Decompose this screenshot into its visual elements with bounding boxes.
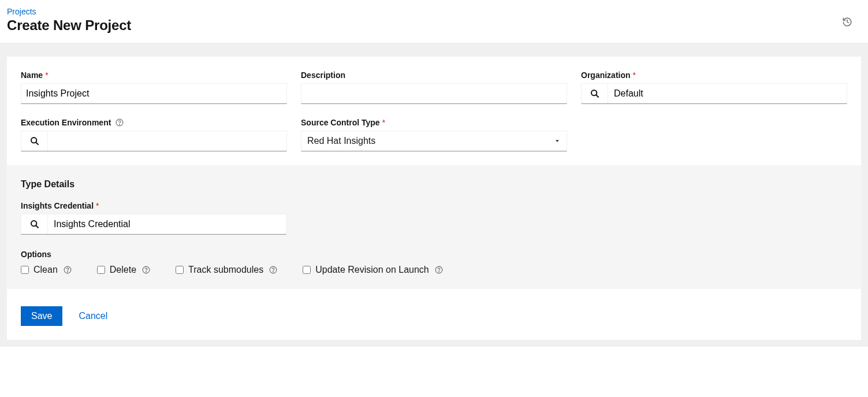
description-label: Description bbox=[301, 71, 567, 80]
select-value: Red Hat Insights bbox=[307, 136, 375, 146]
save-button[interactable]: Save bbox=[21, 306, 62, 326]
description-input[interactable] bbox=[301, 83, 567, 104]
cancel-button[interactable]: Cancel bbox=[79, 311, 107, 321]
execution-environment-input[interactable] bbox=[48, 131, 286, 151]
name-input[interactable] bbox=[21, 83, 287, 104]
required-marker: * bbox=[633, 71, 636, 80]
field-description: Description bbox=[301, 71, 567, 104]
track-label: Track submodules bbox=[188, 265, 263, 275]
form-footer: Save Cancel bbox=[7, 289, 861, 340]
search-icon bbox=[30, 136, 39, 146]
delete-checkbox[interactable] bbox=[97, 266, 105, 274]
help-icon[interactable] bbox=[142, 266, 150, 274]
breadcrumb[interactable]: Projects bbox=[7, 7, 36, 16]
option-update[interactable]: Update Revision on Launch bbox=[303, 265, 443, 275]
search-icon bbox=[590, 89, 599, 98]
type-details-section: Type Details Insights Credential * bbox=[7, 165, 861, 289]
svg-line-7 bbox=[36, 225, 38, 228]
help-icon[interactable] bbox=[269, 266, 277, 274]
svg-point-11 bbox=[146, 272, 147, 272]
help-icon[interactable] bbox=[64, 266, 72, 274]
name-label: Name * bbox=[21, 71, 287, 80]
svg-point-13 bbox=[273, 272, 274, 272]
help-icon[interactable] bbox=[435, 266, 443, 274]
clean-label: Clean bbox=[33, 265, 58, 275]
svg-line-5 bbox=[36, 142, 38, 144]
execution-environment-lookup-button[interactable] bbox=[21, 131, 48, 151]
field-insights-credential: Insights Credential * bbox=[21, 201, 286, 235]
required-marker: * bbox=[382, 118, 385, 127]
svg-point-3 bbox=[120, 124, 120, 125]
required-marker: * bbox=[96, 201, 99, 210]
field-organization: Organization * bbox=[581, 71, 847, 104]
insights-credential-input[interactable] bbox=[48, 214, 286, 234]
svg-point-9 bbox=[67, 272, 68, 272]
update-checkbox[interactable] bbox=[303, 266, 311, 274]
field-execution-environment: Execution Environment bbox=[21, 118, 287, 151]
type-details-heading: Type Details bbox=[21, 179, 847, 190]
clean-checkbox[interactable] bbox=[21, 266, 29, 274]
insights-credential-label: Insights Credential * bbox=[21, 201, 286, 210]
insights-credential-lookup-button[interactable] bbox=[21, 214, 48, 234]
search-icon bbox=[30, 220, 39, 229]
execution-environment-label: Execution Environment bbox=[21, 118, 287, 127]
form-card: Name * Description Organization * bbox=[7, 57, 861, 340]
delete-label: Delete bbox=[110, 265, 136, 275]
option-clean[interactable]: Clean bbox=[21, 265, 72, 275]
field-name: Name * bbox=[21, 71, 287, 104]
required-marker: * bbox=[45, 71, 48, 80]
organization-input[interactable] bbox=[608, 84, 847, 103]
organization-lookup-button[interactable] bbox=[582, 84, 608, 103]
options-label: Options bbox=[21, 250, 847, 259]
page-header: Projects Create New Project bbox=[0, 0, 868, 43]
track-checkbox[interactable] bbox=[176, 266, 184, 274]
option-delete[interactable]: Delete bbox=[97, 265, 150, 275]
history-icon[interactable] bbox=[838, 13, 856, 31]
svg-line-1 bbox=[596, 95, 598, 97]
page-title: Create New Project bbox=[7, 17, 838, 34]
source-control-type-label: Source Control Type * bbox=[301, 118, 567, 127]
source-control-type-select[interactable]: Red Hat Insights bbox=[301, 131, 567, 151]
field-source-control-type: Source Control Type * Red Hat Insights bbox=[301, 118, 567, 151]
caret-down-icon bbox=[554, 138, 561, 144]
option-track[interactable]: Track submodules bbox=[176, 265, 277, 275]
organization-label: Organization * bbox=[581, 71, 847, 80]
help-icon[interactable] bbox=[116, 118, 124, 127]
update-label: Update Revision on Launch bbox=[315, 265, 429, 275]
svg-point-15 bbox=[438, 272, 439, 272]
